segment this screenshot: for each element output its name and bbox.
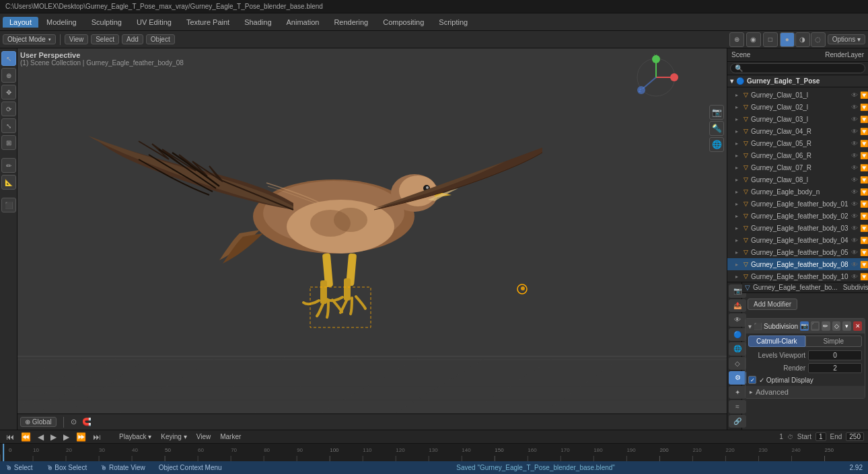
transform-tool-btn[interactable]: ⊞ [1, 135, 16, 150]
item-arrow-9: ▸ [735, 201, 741, 207]
scene-icon[interactable]: 🌐 [709, 137, 724, 152]
svg-text:0: 0 [9, 447, 12, 453]
item-name-17: Gurney_Eagle_feather_body_10 [751, 273, 848, 280]
simple-btn[interactable]: Simple [805, 335, 863, 347]
tab-uv-editing[interactable]: UV Editing [130, 17, 178, 28]
sub-render-icon[interactable]: 📷 [800, 321, 809, 331]
measure-tool-btn[interactable]: 📐 [1, 175, 16, 190]
prev-frame-btn[interactable]: ◀ [36, 432, 46, 442]
rotate-tool-btn[interactable]: ⟳ [1, 102, 16, 116]
svg-point-42 [521, 286, 525, 290]
transform-global-btn[interactable]: ⊕ Global [20, 417, 57, 427]
outliner-item-5[interactable]: ▸ ▽ Gurney_Claw_06_R 👁 🔽 [727, 149, 868, 161]
jump-end-btn[interactable]: ⏭ [91, 432, 103, 442]
viewport-xray-btn[interactable]: □ [763, 32, 778, 47]
camera-persp-icon[interactable]: 📷 [709, 105, 724, 120]
outliner-item-10[interactable]: ▸ ▽ Gurney_Eagle_feather_body_02 👁 🔽 [727, 210, 868, 222]
outliner-item-17[interactable]: ▸ ▽ Gurney_Eagle_feather_body_10 👁 🔽 [727, 270, 868, 282]
render-view-btn[interactable]: ◌ [811, 32, 826, 47]
current-frame-input[interactable]: 1 [779, 433, 783, 440]
scale-tool-btn[interactable]: ⤡ [1, 118, 16, 133]
material-view-btn[interactable]: ◑ [795, 32, 810, 47]
outliner-item-2[interactable]: ▸ ▽ Gurney_Claw_03_l 👁 🔽 [727, 113, 868, 125]
marker-menu-btn[interactable]: Marker [217, 432, 244, 441]
view-menu-btn[interactable]: View [65, 34, 89, 44]
next-frame-btn[interactable]: ▶ [61, 432, 71, 442]
tab-animation[interactable]: Animation [280, 17, 326, 28]
tab-sculpting[interactable]: Sculpting [85, 17, 129, 28]
tab-shading[interactable]: Shading [238, 17, 278, 28]
catmull-clark-btn[interactable]: Catmull-Clark [748, 335, 805, 347]
advanced-section[interactable]: ▸ Advanced [746, 386, 865, 398]
item-arrow-0: ▸ [735, 92, 741, 98]
workspace-tabs: Layout Modeling Sculpting UV Editing Tex… [0, 13, 868, 31]
status-rotate-view: 🖱 Rotate View [100, 464, 145, 471]
add-menu-btn[interactable]: Add [122, 34, 143, 44]
modifier-display-name: Subdivis... [843, 284, 868, 291]
sub-delete-icon[interactable]: ✕ [853, 321, 862, 331]
next-keyframe-btn[interactable]: ⏩ [74, 432, 88, 442]
sub-edit-icon[interactable]: ✏ [822, 321, 830, 331]
object-mode-selector[interactable]: Object Mode ▾ [3, 34, 56, 44]
outliner-item-16[interactable]: ▸ ▽ Gurney_Eagle_feather_body_08 👁 🔽 [727, 258, 868, 270]
select-tool-btn[interactable]: ↖ [1, 51, 16, 66]
outliner-item-13[interactable]: ▸ ▽ Gurney_Eagle_feather_body_05 👁 🔽 [727, 246, 868, 258]
scene-collection-root[interactable]: ▾ 🔵 Gurney_Eagle_T_Pose [727, 75, 868, 87]
keying-menu-btn[interactable]: Keying ▾ [158, 432, 189, 441]
outliner-item-9[interactable]: ▸ ▽ Gurney_Eagle_feather_body_01 👁 🔽 [727, 198, 868, 210]
snap-btn[interactable]: 🧲 [82, 418, 92, 426]
move-tool-btn[interactable]: ✥ [1, 85, 16, 100]
annotate-tool-btn[interactable]: ✏ [1, 158, 16, 173]
end-frame-input[interactable]: 250 [846, 432, 864, 441]
outliner-item-3[interactable]: ▸ ▽ Gurney_Claw_04_R 👁 🔽 [727, 125, 868, 137]
outliner-item-11[interactable]: ▸ ▽ Gurney_Eagle_feather_body_03 👁 🔽 [727, 222, 868, 234]
view-menu-tl-btn[interactable]: View [194, 432, 214, 441]
toolbar-separator [60, 34, 61, 45]
tab-modeling[interactable]: Modeling [40, 17, 83, 28]
play-btn[interactable]: ▶ [48, 432, 59, 442]
tab-rendering[interactable]: Rendering [327, 17, 375, 28]
viewport-gizmo[interactable]: X Y Z [632, 54, 680, 101]
jump-start-btn[interactable]: ⏮ [4, 432, 16, 442]
frame-number-bar[interactable]: 0 10 20 30 40 50 60 70 80 90 100 110 120 [0, 444, 868, 461]
cursor-tool-btn[interactable]: ⊕ [1, 68, 16, 83]
sub-expand-icon[interactable]: ▾ [842, 321, 851, 331]
tab-layout[interactable]: Layout [3, 17, 38, 28]
prev-keyframe-btn[interactable]: ⏪ [19, 432, 33, 442]
start-frame-input[interactable]: 1 [816, 432, 826, 441]
select-menu-btn[interactable]: Select [91, 34, 119, 44]
object-menu-btn[interactable]: Object [146, 34, 175, 44]
collection-info: (1) Scene Collection | Gurney_Eagle_feat… [20, 59, 184, 67]
add-modifier-button[interactable]: Add Modifier [748, 299, 797, 310]
viewport-overlay-btn[interactable]: ◉ [746, 32, 761, 47]
proportional-edit-btn[interactable]: ⊙ [71, 418, 77, 426]
levels-viewport-input[interactable]: 0 [808, 350, 862, 360]
status-framerate: 2.92 [850, 464, 863, 471]
viewport[interactable]: User Perspective (1) Scene Collection | … [17, 48, 727, 430]
outliner-item-12[interactable]: ▸ ▽ Gurney_Eagle_feather_body_04 👁 🔽 [727, 234, 868, 246]
extra-tool-btn[interactable]: ⬛ [1, 198, 16, 212]
options-btn[interactable]: Options ▾ [828, 34, 865, 44]
outliner-item-0[interactable]: ▸ ▽ Gurney_Claw_01_l 👁 🔽 [727, 89, 868, 101]
render-input[interactable]: 2 [808, 363, 862, 373]
optimal-display-checkbox[interactable]: ✓ [748, 376, 756, 384]
outliner-item-8[interactable]: ▸ ▽ Gurney_Eagle_body_n 👁 🔽 [727, 186, 868, 198]
outliner-search-input[interactable] [730, 63, 865, 73]
tab-texture-paint[interactable]: Texture Paint [180, 17, 236, 28]
solid-view-btn[interactable]: ● [780, 32, 795, 47]
sub-cage-icon[interactable]: ◇ [832, 321, 841, 331]
outliner-item-7[interactable]: ▸ ▽ Gurney_Claw_08_l 👁 🔽 [727, 173, 868, 186]
outliner-item-1[interactable]: ▸ ▽ Gurney_Claw_02_l 👁 🔽 [727, 101, 868, 113]
render-icon[interactable]: 🔦 [709, 121, 724, 136]
playback-menu-btn[interactable]: Playback ▾ [116, 432, 154, 441]
sub-realtime-icon[interactable]: ⬛ [811, 321, 820, 331]
frame-info: 1 ⏱ Start 1 End 250 [779, 432, 864, 441]
tab-scripting[interactable]: Scripting [432, 17, 474, 28]
item-icon-17: ▽ [744, 273, 748, 280]
tab-compositing[interactable]: Compositing [376, 17, 431, 28]
outliner-item-4[interactable]: ▸ ▽ Gurney_Claw_05_R 👁 🔽 [727, 137, 868, 149]
item-right-icons-10: 👁 🔽 [851, 212, 868, 220]
outliner-item-6[interactable]: ▸ ▽ Gurney_Claw_07_R 👁 🔽 [727, 161, 868, 173]
viewport-gizmo-btn[interactable]: ⊕ [729, 32, 744, 47]
svg-rect-39 [344, 278, 351, 301]
